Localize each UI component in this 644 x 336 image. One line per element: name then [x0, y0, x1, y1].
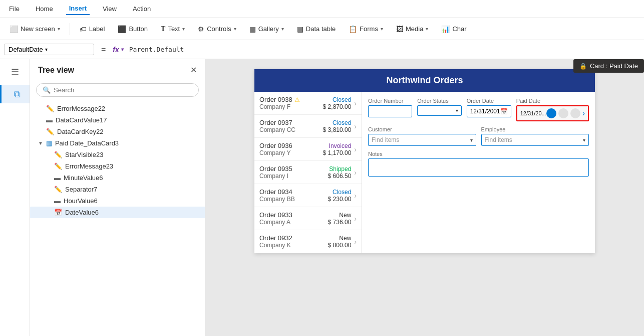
- chevron-right-date-icon: ›: [582, 109, 585, 118]
- notes-textarea[interactable]: [368, 158, 589, 177]
- customer-select-chevron: ▾: [470, 137, 473, 143]
- employee-select[interactable]: Find items ▾: [481, 134, 589, 146]
- order-status: Closed: [323, 119, 352, 126]
- button-button[interactable]: ⬛ Button: [112, 23, 153, 36]
- order-company: Company I: [259, 173, 328, 180]
- sidebar-layers-icon[interactable]: ⧉: [0, 85, 30, 103]
- menu-home[interactable]: Home: [33, 3, 56, 15]
- formula-selector-value: DefaultDate: [9, 46, 43, 53]
- order-number: Order 0933: [259, 211, 328, 219]
- tree-item-hourvalue6[interactable]: ▬ HourValue6: [30, 195, 205, 207]
- chevron-right-icon: ›: [354, 169, 357, 177]
- tree-item-label: ErrorMessage22: [57, 105, 105, 112]
- order-amount: $ 3,810.00: [323, 126, 352, 133]
- chart-button[interactable]: 📊 Char: [436, 23, 472, 36]
- tree-item-label: DataCardValue17: [56, 116, 107, 124]
- tree-item-label: Separator7: [65, 186, 97, 193]
- chevron-right-icon: ›: [354, 238, 357, 246]
- button-icon: ⬛: [118, 25, 126, 33]
- tree-title: Tree view: [38, 66, 74, 75]
- main-layout: ☰ ⧉ Tree view ✕ 🔍 ✏️ ErrorMessage22 ▬ Da…: [0, 59, 644, 336]
- tree-item-datacardvalue17[interactable]: ▬ DataCardValue17: [30, 114, 205, 126]
- tree-item-starvisible23[interactable]: ✏️ StarVisible23: [30, 149, 205, 160]
- search-input[interactable]: [54, 86, 192, 94]
- tree-close-button[interactable]: ✕: [190, 65, 197, 75]
- order-item[interactable]: Order 0932 Company K New $ 800.00 ›: [254, 230, 362, 253]
- media-btn-label: Media: [406, 25, 423, 33]
- paid-date-input[interactable]: 12/31/20... ›: [516, 105, 589, 121]
- app-frame: Northwind Orders Order 0938 ⚠ Company F: [254, 69, 595, 253]
- tree-item-errormessage23[interactable]: ✏️ ErrorMessage23: [30, 160, 205, 172]
- forms-button[interactable]: 📋 Forms ▾: [343, 23, 389, 36]
- order-status: Closed: [328, 189, 352, 196]
- data-table-icon: ▤: [297, 25, 303, 33]
- controls-button[interactable]: ⚙ Controls ▾: [192, 23, 241, 36]
- order-status-select[interactable]: ▾: [417, 105, 461, 116]
- tree-item-separator7[interactable]: ✏️ Separator7: [30, 184, 205, 195]
- order-item[interactable]: Order 0934 Company BB Closed $ 230.00 ›: [254, 184, 362, 207]
- menu-action[interactable]: Action: [130, 3, 154, 15]
- formula-input[interactable]: Parent.Default: [127, 46, 640, 53]
- order-number-input[interactable]: [368, 105, 412, 117]
- tree-item-paid-date-datacard3[interactable]: ▼ ▦ Paid Date_DataCard3: [30, 137, 205, 149]
- order-info: Order 0938 ⚠ Company F: [259, 96, 323, 110]
- order-status: New: [328, 235, 352, 242]
- media-button[interactable]: 🖼 Media ▾: [391, 23, 434, 36]
- tree-item-errormessage22[interactable]: ✏️ ErrorMessage22: [30, 103, 205, 114]
- menu-insert[interactable]: Insert: [66, 3, 90, 15]
- media-icon: 🖼: [396, 25, 403, 33]
- menu-file[interactable]: File: [6, 3, 23, 15]
- gallery-btn-label: Gallery: [258, 25, 279, 33]
- new-screen-button[interactable]: ⬜ New screen ▾: [4, 23, 66, 36]
- formula-fx[interactable]: fx ▾: [113, 46, 123, 54]
- order-item[interactable]: Order 0935 Company I Shipped $ 606.50 ›: [254, 161, 362, 184]
- order-number: Order 0936: [259, 142, 323, 149]
- detail-row-2: Customer Find items ▾ Employee Find item…: [368, 126, 589, 146]
- order-info: Order 0932 Company K: [259, 234, 328, 249]
- tree-header: Tree view ✕: [30, 59, 205, 79]
- order-status-label: Order Status: [417, 98, 461, 104]
- data-table-button[interactable]: ▤ Data table: [291, 23, 341, 36]
- menu-view[interactable]: View: [100, 3, 120, 15]
- sidebar-menu-icon[interactable]: ☰: [6, 63, 24, 81]
- order-date-input[interactable]: 12/31/2001 📅: [467, 105, 511, 117]
- label-button[interactable]: 🏷 Label: [74, 23, 111, 36]
- order-company: Company K: [259, 242, 328, 249]
- formula-selector[interactable]: DefaultDate ▾: [4, 44, 94, 55]
- order-item[interactable]: Order 0938 ⚠ Company F Closed $ 2,870.00…: [254, 92, 362, 115]
- tree-item-label: StarVisible23: [65, 151, 103, 158]
- forms-btn-label: Forms: [360, 25, 378, 33]
- tree-item-datacardkey22[interactable]: ✏️ DataCardKey22: [30, 126, 205, 137]
- edit-icon: ✏️: [54, 151, 62, 158]
- order-date-field: Order Date 12/31/2001 📅: [467, 98, 511, 121]
- customer-label: Customer: [368, 126, 476, 132]
- gallery-chevron: ▾: [281, 26, 284, 32]
- text-button[interactable]: T Text ▾: [155, 23, 190, 36]
- tree-item-label: MinuteValue6: [64, 174, 103, 182]
- tree-item-label: DataCardKey22: [57, 128, 104, 135]
- order-item[interactable]: Order 0936 Company Y Invoiced $ 1,170.00…: [254, 138, 362, 161]
- order-number: Order 0934: [259, 188, 328, 196]
- formula-selector-chevron: ▾: [45, 47, 48, 52]
- tree-search[interactable]: 🔍: [36, 83, 199, 97]
- chevron-right-icon: ›: [354, 99, 357, 107]
- text-chevron: ▾: [182, 26, 185, 32]
- order-company: Company Y: [259, 149, 323, 156]
- employee-select-chevron: ▾: [583, 137, 585, 143]
- warning-icon: ⚠: [294, 96, 300, 103]
- edit-icon: ✏️: [46, 128, 54, 135]
- chevron-right-icon: ›: [354, 122, 357, 130]
- order-info: Order 0933 Company A: [259, 211, 328, 226]
- gallery-button[interactable]: ▦ Gallery ▾: [244, 23, 289, 36]
- formula-bar: DefaultDate ▾ = fx ▾ Parent.Default: [0, 40, 644, 59]
- calendar-icon: 📅: [54, 209, 62, 216]
- tree-item-datevalue6[interactable]: 📅 DateValue6: [30, 207, 205, 218]
- employee-field: Employee Find items ▾: [481, 126, 589, 146]
- gallery-icon: ▦: [249, 25, 256, 33]
- order-item[interactable]: Order 0933 Company A New $ 736.00 ›: [254, 207, 362, 230]
- order-amount: $ 736.00: [328, 219, 352, 226]
- app-title: Northwind Orders: [386, 75, 463, 85]
- tree-item-minutevalue6[interactable]: ▬ MinuteValue6: [30, 172, 205, 184]
- order-item[interactable]: Order 0937 Company CC Closed $ 3,810.00 …: [254, 115, 362, 138]
- customer-select[interactable]: Find items ▾: [368, 134, 476, 146]
